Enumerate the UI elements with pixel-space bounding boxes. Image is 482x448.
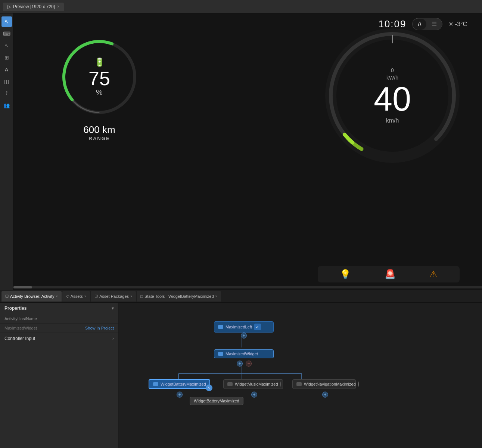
node-widget-music[interactable]: WidgetMusicMaximized — [223, 379, 283, 389]
activity-browser-icon: ⊞ — [5, 294, 9, 299]
nav-pill-route[interactable]: /\ — [413, 19, 426, 30]
tab-state-tools[interactable]: □ State Tools - WidgetBatteryMaximized × — [137, 291, 221, 302]
asset-packages-icon: ⊞ — [94, 294, 98, 299]
properties-collapse-icon[interactable]: ▾ — [112, 306, 114, 311]
asset-packages-label: Asset Packages — [99, 294, 129, 299]
speed-unit: km/h — [374, 117, 411, 124]
controller-input-chevron: › — [112, 336, 114, 341]
battery-range: 600 km RANGE — [83, 124, 115, 141]
node-container: MaximizedLeft ✓ + MaximizedWidget + − Wi… — [119, 310, 482, 448]
sidebar-cursor-icon[interactable]: ↖ — [1, 16, 12, 27]
show-in-project-link[interactable]: Show In Project — [85, 326, 114, 330]
speed-circle: 0 kW/h 40 km/h — [325, 28, 460, 163]
bottom-panel: ⊞ Activity Browser: Activity × ◇ Assets … — [0, 290, 482, 448]
battery-gauge: 🔋 75 % 600 km RANGE — [58, 36, 140, 141]
scroll-indicator — [13, 286, 482, 288]
energy-value: 0 — [374, 67, 411, 73]
tooltip-text: WidgetBatteryMaximized — [194, 399, 239, 403]
assets-label: Assets — [71, 294, 83, 299]
activity-host-value: MaximizedWidget — [4, 326, 37, 330]
activity-host-row: ActivityHostName — [0, 314, 118, 324]
battery-circle: 🔋 75 % — [58, 36, 140, 118]
preview-tab-close[interactable]: × — [57, 4, 59, 9]
controller-input-row[interactable]: Controller Input › — [0, 333, 118, 344]
activity-browser-label: Activity Browser: Activity — [10, 294, 55, 299]
warning-bar: 💡 🚨 ⚠ — [318, 266, 460, 282]
assets-close[interactable]: × — [84, 294, 86, 298]
activity-host-value-row: MaximizedWidget Show In Project — [0, 324, 118, 333]
preview-area: 10:09 /\ ☰ ✳ -3°C 🔋 75 — [13, 13, 482, 290]
dashboard: 10:09 /\ ☰ ✳ -3°C 🔋 75 — [13, 13, 482, 290]
sidebar-users-icon[interactable]: 👥 — [1, 100, 12, 111]
speed-value: 40 — [374, 82, 411, 116]
widget-battery-cursor[interactable]: ↖ — [206, 384, 212, 391]
maximized-widget-label: MaximizedWidget — [226, 352, 258, 356]
speed-center: 0 kW/h 40 km/h — [374, 67, 411, 124]
widget-music-dot — [280, 381, 281, 387]
widget-battery-label: WidgetBatteryMaximized — [161, 382, 206, 386]
maximized-widget-add[interactable]: + — [237, 361, 243, 367]
state-tools-icon: □ — [140, 294, 143, 299]
node-maximized-left[interactable]: MaximizedLeft ✓ — [214, 321, 274, 333]
activity-host-label: ActivityHostName — [4, 316, 37, 321]
widget-music-icon — [227, 382, 233, 386]
activity-browser-close[interactable]: × — [56, 294, 58, 298]
tab-assets[interactable]: ◇ Assets × — [62, 291, 90, 302]
properties-title: Properties — [4, 306, 27, 311]
widget-battery-add[interactable]: + — [177, 392, 183, 398]
controller-input-label: Controller Input — [4, 336, 35, 341]
range-label: RANGE — [83, 136, 115, 141]
assets-icon: ◇ — [66, 294, 69, 299]
preview-icon: ▷ — [7, 4, 11, 9]
energy-unit: kW/h — [374, 75, 411, 81]
widget-navigation-dot — [358, 381, 359, 387]
top-bar: ▷ Preview [1920 x 720] × — [0, 0, 482, 13]
maximized-left-check: ✓ — [254, 324, 261, 330]
tab-asset-packages[interactable]: ⊞ Asset Packages × — [91, 291, 136, 302]
maximized-widget-minus[interactable]: − — [246, 361, 252, 367]
widget-battery-icon — [153, 382, 158, 386]
asset-packages-close[interactable]: × — [130, 294, 132, 298]
node-widget-battery[interactable]: WidgetBatteryMaximized ↖ — [149, 379, 210, 389]
node-widget-navigation[interactable]: WidgetNavigationMaximized — [292, 379, 356, 389]
properties-panel: Properties ▾ ActivityHostName MaximizedW… — [0, 303, 119, 448]
widget-music-add[interactable]: + — [251, 392, 257, 398]
maximized-left-add[interactable]: + — [241, 333, 247, 339]
headlights-icon: 💡 — [340, 269, 351, 279]
state-tools-label: State Tools - WidgetBatteryMaximized — [144, 294, 214, 299]
maximized-widget-icon — [218, 352, 223, 356]
sidebar-text-icon[interactable]: A — [1, 64, 12, 75]
tooltip-widget-battery: WidgetBatteryMaximized — [190, 397, 243, 405]
left-sidebar: ↖ ⌨ ↖ ⊞ A ◫ ⤴ 👥 — [0, 13, 13, 290]
battery-value: 75 — [88, 69, 110, 88]
range-km: 600 km — [83, 124, 115, 136]
sidebar-grid-icon[interactable]: ⊞ — [1, 52, 12, 63]
seatbelt-icon: 🚨 — [385, 269, 396, 279]
widget-navigation-icon — [296, 382, 302, 386]
tab-activity-browser[interactable]: ⊞ Activity Browser: Activity × — [1, 291, 62, 302]
scroll-thumb — [13, 286, 32, 288]
speedometer: 0 kW/h 40 km/h — [325, 28, 460, 163]
bottom-tabs: ⊞ Activity Browser: Activity × ◇ Assets … — [0, 290, 482, 303]
preview-tab-label: Preview [1920 x 720] — [13, 4, 55, 9]
sidebar-cursor2-icon[interactable]: ↖ — [1, 40, 12, 51]
sidebar-keyboard-icon[interactable]: ⌨ — [1, 28, 12, 39]
widget-navigation-add[interactable]: + — [322, 392, 328, 398]
battery-unit: % — [88, 88, 110, 97]
properties-header[interactable]: Properties ▾ — [0, 303, 118, 314]
sidebar-share-icon[interactable]: ⤴ — [1, 88, 12, 99]
widget-navigation-label: WidgetNavigationMaximized — [304, 382, 356, 386]
preview-tab[interactable]: ▷ Preview [1920 x 720] × — [3, 3, 64, 11]
maximized-left-icon — [218, 325, 223, 329]
state-tools-close[interactable]: × — [215, 294, 217, 298]
weather-display: ✳ -3°C — [448, 21, 467, 28]
warning-triangle-icon: ⚠ — [429, 269, 438, 279]
node-maximized-widget[interactable]: MaximizedWidget — [214, 349, 274, 358]
battery-center: 🔋 75 % — [88, 58, 110, 97]
battery-icon: 🔋 — [88, 58, 110, 67]
widget-music-label: WidgetMusicMaximized — [235, 382, 278, 386]
sidebar-layers-icon[interactable]: ◫ — [1, 76, 12, 87]
state-canvas: MaximizedLeft ✓ + MaximizedWidget + − Wi… — [119, 303, 482, 448]
maximized-left-label: MaximizedLeft — [226, 325, 252, 329]
